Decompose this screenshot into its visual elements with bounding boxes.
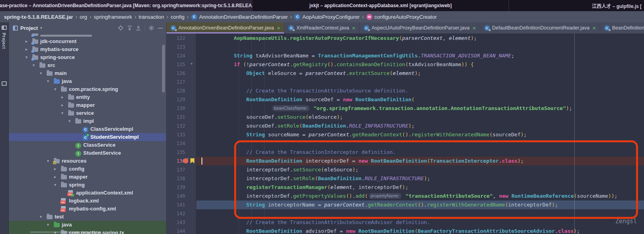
chevron-down-icon[interactable]: ▾ [47,77,49,85]
tree-item-studentservice[interactable]: IStudentService [9,149,166,157]
breadcrumb-spring-tx-5-1-8-release-jar[interactable]: spring-tx-5.1.8.RELEASE.jar [4,14,73,20]
tree-item-src[interactable]: ▾src [9,61,166,69]
expand-all-icon[interactable] [127,26,132,31]
tree-item-config[interactable]: ▸config [9,165,166,173]
chevron-down-icon[interactable]: ▾ [54,85,56,93]
tree-item-spring-source[interactable]: ▾spring-source [9,53,166,61]
breadcrumb-annotationdrivenbeandefinitionparser[interactable]: CAnnotationDrivenBeanDefinitionParser [191,14,288,20]
chevron-right-icon[interactable]: ▸ [61,101,63,109]
line-number[interactable]: 131 [166,113,185,122]
line-number[interactable]: 127 [166,78,185,87]
code-line-125[interactable]: if (!parserContext.getRegistry().contain… [196,60,474,69]
code-line-131[interactable]: sourceDef.setSource(eleSource); [196,113,343,122]
tree-item-jdk-concurrent[interactable]: ▸jdk-concurrent [9,37,166,45]
line-number[interactable]: 138 [166,174,185,183]
chevron-right-icon[interactable]: ▸ [54,165,56,173]
line-number[interactable]: 134 [166,139,185,148]
tree-item-classservice[interactable]: IClassService [9,141,166,149]
chevron-down-icon[interactable]: ▾ [54,181,56,189]
code-line-128[interactable]: // Create the TransactionAttributeSource… [196,87,408,95]
chevron-down-icon[interactable]: ▾ [40,26,42,30]
line-number[interactable]: 126 [166,69,185,78]
line-number[interactable]: 143 [166,218,185,227]
code-line-130[interactable]: beanClassName: "org.springframework.tran… [196,104,572,113]
code-line-124[interactable]: String txAdvisorBeanName = TransactionMa… [196,51,514,60]
chevron-down-icon[interactable]: ▾ [69,117,70,125]
code-line-143[interactable]: // Create the TransactionAttributeSource… [196,218,430,227]
tree-item-applicationcontext-xml[interactable]: applicationContext.xml [9,189,166,197]
chevron-down-icon[interactable]: ▾ [61,109,63,117]
tree-horizontal-scrollbar[interactable] [30,231,102,233]
line-number[interactable]: 132 [166,122,185,130]
breadcrumb-springframework[interactable]: springframework [94,14,132,20]
chevron-right-icon[interactable]: ▸ [61,93,63,101]
line-number[interactable]: 139 [166,183,185,192]
line-number[interactable]: 133 [166,130,185,139]
locate-icon[interactable] [118,25,123,31]
tree-item-resources[interactable]: ▾resources [9,157,166,165]
tree-item-main[interactable]: ▾main [9,69,166,77]
line-number[interactable]: 140 [166,192,185,201]
window-title-jxkjt[interactable]: jxkjt – applicationContext-appDatabase.x… [253,0,509,11]
settings-gear-icon[interactable] [149,25,154,31]
chevron-down-icon[interactable]: ▾ [47,157,49,165]
project-tool-icon[interactable] [2,26,7,30]
line-number[interactable]: 122 [166,34,185,43]
project-stripe-label[interactable]: Project [2,33,6,49]
tree-vertical-scrollbar[interactable] [162,45,165,92]
tree-item-test[interactable]: ▾test [9,213,166,221]
hide-panel-icon[interactable]: — [158,26,163,30]
line-number[interactable]: 130 [166,104,185,113]
chevron-right-icon[interactable]: ▸ [25,37,27,45]
line-number[interactable]: 124 [166,51,185,60]
breadcrumb-org[interactable]: org [80,14,87,20]
tree-item-studentserviceimpl[interactable]: CStudentServiceImpl [9,133,166,141]
tree-item-com-practice-spring[interactable]: ▾com.practice.spring [9,85,166,93]
tree-item-spring[interactable]: ▾spring [9,181,166,189]
breadcrumb-configureautoproxycreator[interactable]: mconfigureAutoProxyCreator [366,14,437,20]
line-number[interactable]: 142 [166,209,185,218]
close-icon[interactable]: × [352,25,355,31]
tab-xmlreadercontext-java[interactable]: CXmlReaderContext.java× [284,22,360,33]
window-title-active[interactable]: base-practice – AnnotationDrivenBeanDefi… [0,0,253,11]
line-number[interactable]: 129 [166,95,185,104]
code-line-133[interactable]: String sourceName = parserContext.getRea… [196,130,527,139]
tree-item-java[interactable]: ▾java [9,221,166,229]
close-icon[interactable]: × [473,25,476,31]
code-line-132[interactable]: sourceDef.setRole(BeanDefinition.ROLE_IN… [196,122,415,130]
tree-item-service[interactable]: ▾service [9,109,166,117]
collapse-all-icon[interactable] [136,26,141,31]
line-number[interactable]: 135 [166,148,185,157]
code-line-122[interactable]: AopNamespaceUtils.registerAutoProxyCreat… [196,34,477,43]
tab-aspectjautoproxybeandefinitionparser-java[interactable]: CAspectJAutoProxyBeanDefinitionParser.ja… [360,22,480,33]
breakpoint-check-icon[interactable] [183,158,188,163]
chevron-right-icon[interactable]: ▸ [25,45,27,53]
tab-annotationdrivenbeandefinitionparser-java[interactable]: CAnnotationDrivenBeanDefinitionParser.ja… [166,22,284,33]
chevron-down-icon[interactable]: ▾ [47,221,49,229]
chevron-right-icon[interactable]: ▸ [54,173,56,181]
breadcrumb-transaction[interactable]: transaction [139,14,164,20]
chevron-down-icon[interactable]: ▾ [33,61,35,69]
code-line-129[interactable]: RootBeanDefinition sourceDef = new RootB… [196,95,415,104]
breadcrumb-config[interactable]: config [171,14,185,20]
tab-defaultbeandefinitiondocumentreader-java[interactable]: CDefaultBeanDefinitionDocumentReader.jav… [480,22,600,33]
tab-beandefinitionparserdelegate-ja[interactable]: CBeanDefinitionParserDelegate.ja [600,22,644,33]
tree-item-java[interactable]: ▾java [9,77,166,85]
code-editor[interactable]: 122 AopNamespaceUtils.registerAutoProxyC… [166,33,644,234]
close-icon[interactable]: × [277,25,280,31]
tree-item-item[interactable] [9,33,166,37]
fold-arrow-icon[interactable]: ▾ [189,61,194,66]
secondary-tool-icon[interactable] [2,81,7,86]
line-number[interactable]: 137 [166,165,185,174]
line-number[interactable]: 128 [166,87,185,95]
breadcrumb-aopautoproxyconfigurer[interactable]: CAopAutoProxyConfigurer [294,14,360,20]
code-line-126[interactable]: Object eleSource = parserContext.extract… [196,69,421,78]
tree-item-mybatis-source[interactable]: ▸mybatis-source [9,45,166,53]
chevron-down-icon[interactable]: ▾ [40,213,42,221]
tree-item-impl[interactable]: ▾impl [9,117,166,125]
tree-item-entity[interactable]: ▸entity [9,93,166,101]
tree-item-mapper[interactable]: ▸mapper [9,101,166,109]
tree-item-logback-xml[interactable]: logback.xml [9,197,166,205]
line-number[interactable]: 141 [166,201,185,209]
tree-item-classserviceimpl[interactable]: CClassServiceImpl [9,125,166,133]
